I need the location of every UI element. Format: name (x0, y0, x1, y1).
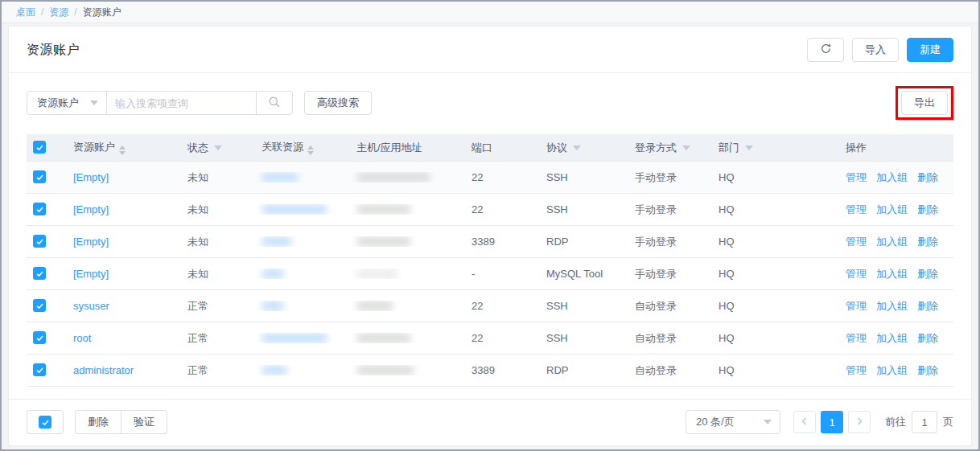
search-button[interactable] (256, 91, 293, 115)
breadcrumb-resources[interactable]: 资源 (49, 6, 68, 19)
filter-caret-icon[interactable] (573, 146, 581, 150)
account-link[interactable]: [Empty] (73, 236, 109, 248)
manage-link[interactable]: 管理 (846, 364, 867, 376)
column-header-login-method[interactable]: 登录方式 (628, 141, 712, 155)
row-checkbox[interactable] (33, 331, 46, 344)
account-link[interactable]: root (73, 332, 91, 344)
join-group-link[interactable]: 加入组 (876, 236, 908, 248)
import-button[interactable]: 导入 (852, 38, 899, 62)
search-icon (268, 96, 281, 111)
bulk-delete-button[interactable]: 删除 (75, 410, 121, 434)
search-category-select[interactable]: 资源账户 (27, 91, 107, 115)
delete-link[interactable]: 删除 (917, 364, 938, 376)
blurred-resource-value (261, 333, 327, 343)
column-header-department[interactable]: 部门 (712, 141, 839, 155)
delete-link[interactable]: 删除 (917, 268, 938, 280)
login-method-cell: 手动登录 (628, 267, 712, 281)
account-link[interactable]: [Empty] (73, 268, 109, 280)
delete-link[interactable]: 删除 (917, 203, 938, 215)
account-link[interactable]: [Empty] (73, 171, 109, 183)
row-checkbox[interactable] (33, 363, 46, 376)
filter-caret-icon[interactable] (214, 146, 222, 150)
account-link[interactable]: [Empty] (73, 203, 109, 215)
breadcrumb: 桌面 / 资源 / 资源账户 (2, 2, 978, 23)
table-row: [Empty] 未知 3389 RDP 手动登录 HQ 管理加入组删除 (27, 226, 953, 258)
status-cell: 正常 (181, 363, 255, 378)
content-card: 资源账户 导入 新建 资源账户 (8, 26, 972, 446)
delete-link[interactable]: 删除 (917, 236, 938, 248)
status-cell: 未知 (181, 235, 255, 249)
delete-link[interactable]: 删除 (917, 171, 938, 183)
export-button[interactable]: 导出 (901, 91, 948, 115)
protocol-cell: MySQL Tool (540, 268, 628, 280)
column-header-account[interactable]: 资源账户 (67, 140, 181, 155)
column-header-address: 主机/应用地址 (350, 141, 465, 155)
sort-icon[interactable] (307, 146, 314, 155)
current-page-button[interactable]: 1 (821, 411, 843, 433)
manage-link[interactable]: 管理 (846, 171, 867, 183)
bulk-verify-button[interactable]: 验证 (121, 410, 167, 434)
manage-link[interactable]: 管理 (846, 268, 867, 280)
manage-link[interactable]: 管理 (846, 332, 867, 344)
department-cell: HQ (712, 236, 839, 248)
row-checkbox[interactable] (33, 203, 46, 215)
department-cell: HQ (712, 268, 839, 280)
advanced-search-button[interactable]: 高级搜索 (304, 91, 372, 115)
row-checkbox[interactable] (33, 235, 46, 248)
blurred-resource-value (261, 172, 299, 182)
row-checkbox[interactable] (33, 170, 46, 183)
table-row: sysuser 正常 22 SSH 自动登录 HQ 管理加入组删除 (27, 290, 953, 322)
search-input[interactable] (107, 91, 257, 115)
filter-caret-icon[interactable] (682, 146, 690, 150)
pagination: 20 条/页 1 前往 页 (686, 410, 953, 434)
blurred-resource-value (261, 365, 287, 375)
protocol-cell: SSH (540, 332, 628, 344)
prev-page-button[interactable] (793, 411, 816, 433)
search-category-value: 资源账户 (37, 96, 79, 110)
port-cell: 22 (465, 171, 540, 183)
search-group: 资源账户 (27, 91, 293, 115)
create-button[interactable]: 新建 (907, 38, 953, 62)
manage-link[interactable]: 管理 (846, 236, 867, 248)
refresh-button[interactable] (807, 38, 844, 62)
breadcrumb-desktop[interactable]: 桌面 (16, 6, 35, 19)
join-group-link[interactable]: 加入组 (876, 268, 908, 280)
breadcrumb-current: 资源账户 (83, 6, 121, 19)
chevron-down-icon (90, 100, 98, 105)
manage-link[interactable]: 管理 (846, 203, 867, 215)
join-group-link[interactable]: 加入组 (876, 300, 908, 312)
column-header-resource[interactable]: 关联资源 (255, 140, 350, 155)
select-all-checkbox[interactable] (33, 141, 46, 154)
join-group-link[interactable]: 加入组 (876, 332, 908, 344)
status-cell: 正常 (181, 299, 255, 314)
join-group-link[interactable]: 加入组 (876, 203, 908, 215)
row-checkbox[interactable] (33, 299, 46, 312)
filter-caret-icon[interactable] (745, 146, 753, 150)
join-group-link[interactable]: 加入组 (876, 364, 908, 376)
join-group-link[interactable]: 加入组 (876, 171, 908, 183)
account-link[interactable]: administrator (73, 364, 134, 376)
row-checkbox[interactable] (33, 267, 46, 280)
header-actions: 导入 新建 (807, 38, 953, 62)
sort-icon[interactable] (119, 146, 126, 155)
page-size-select[interactable]: 20 条/页 (686, 410, 780, 434)
manage-link[interactable]: 管理 (846, 300, 867, 312)
port-cell: 22 (465, 300, 540, 312)
table-header-row: 资源账户 状态 关联资源 主机/应用地址 端口 协议 登录方式 部门 操作 (27, 134, 953, 162)
next-page-button[interactable] (848, 411, 871, 433)
column-header-protocol[interactable]: 协议 (540, 141, 628, 155)
blurred-address-value (356, 236, 411, 247)
column-header-status[interactable]: 状态 (181, 141, 255, 155)
status-cell: 未知 (181, 170, 255, 185)
login-method-cell: 手动登录 (628, 170, 712, 185)
login-method-cell: 自动登录 (628, 299, 712, 314)
account-link[interactable]: sysuser (73, 300, 109, 312)
goto-page-input[interactable] (912, 411, 937, 433)
footer-select-all-button[interactable] (27, 410, 64, 434)
bulk-action-group: 删除 验证 (75, 410, 167, 434)
footer-checkbox[interactable] (39, 416, 51, 428)
delete-link[interactable]: 删除 (917, 332, 938, 344)
delete-link[interactable]: 删除 (917, 300, 938, 312)
port-cell: 3389 (465, 364, 540, 376)
department-cell: HQ (712, 203, 839, 215)
